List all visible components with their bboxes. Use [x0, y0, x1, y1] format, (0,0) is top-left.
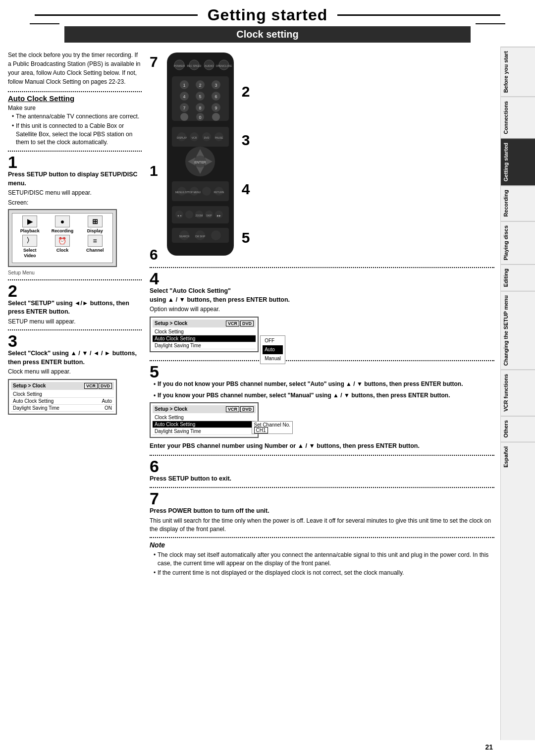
screen-row-clock-setting: Clock Setting [11, 391, 114, 398]
step2-instruction: Select "SETUP" using ◄/► buttons, then p… [8, 299, 142, 317]
step7-text: This unit will search for the time only … [150, 517, 494, 534]
remote-control: POWER REC SPEED AUDIO OPEN/CLOSE [162, 53, 239, 262]
step4-instruction: Select "Auto Clock Setting" using ▲ / ▼ … [150, 287, 494, 304]
svg-text:AUDIO: AUDIO [204, 64, 214, 67]
svg-text:6: 6 [214, 94, 217, 99]
auto-clock-title: Auto Clock Setting [8, 94, 142, 103]
setup-menu-label: Setup Menu [8, 270, 142, 275]
page-wrapper: Getting started Clock setting Set the cl… [0, 0, 535, 756]
step4-row3: Daylight Saving Time [153, 342, 256, 349]
svg-text:5: 5 [199, 94, 201, 99]
svg-text:1: 1 [183, 83, 185, 88]
svg-text:PAUSE: PAUSE [214, 136, 223, 139]
svg-text:2: 2 [199, 83, 201, 88]
svg-text:◄◄: ◄◄ [177, 214, 182, 217]
note-bullets: The clock may set itself automatically a… [150, 551, 494, 577]
main-title: Getting started [208, 6, 328, 24]
svg-text:9: 9 [214, 106, 217, 110]
page-number: 21 [485, 743, 493, 751]
svg-text:ZOOM: ZOOM [195, 214, 203, 217]
step4-number: 4 [150, 270, 494, 287]
svg-text:SKIP: SKIP [206, 214, 212, 217]
remote-step-right-2: 2 [242, 83, 250, 100]
svg-text:RETURN: RETURN [214, 191, 224, 194]
step3-text: Clock menu will appear. [8, 368, 142, 376]
setup-menu-screen: ▶ Playback ● Recording ⊞ Display [8, 209, 117, 267]
main-content: Set the clock before you try the timer r… [0, 47, 500, 740]
step4-dvd-tab: DVD [240, 321, 254, 326]
remote-step-7: 7 [150, 54, 158, 69]
remote-step-right-5: 5 [242, 229, 250, 246]
sidebar-label-recording: Recording [501, 185, 535, 220]
menu-item-playback: ▶ Playback [14, 216, 46, 233]
right-sidebar: Before you start Connections Getting sta… [500, 47, 535, 740]
dvd-tab: DVD [99, 383, 112, 389]
bullet-2: If this unit is connected to a Cable Box… [12, 122, 142, 147]
make-sure-label: Make sure [8, 105, 142, 111]
svg-text:ENTER: ENTER [194, 161, 206, 164]
step3-screen: Setup > Clock VCR DVD Clock Setting Auto… [8, 379, 117, 415]
step1-text: SETUP/DISC menu will appear. [8, 189, 142, 197]
svg-text:TOP MENU: TOP MENU [188, 191, 201, 194]
sidebar-label-playing-discs: Playing discs [501, 221, 535, 264]
sidebar-label-before-you-start: Before you start [501, 47, 535, 97]
note-bullet2: If the current time is not displayed or … [154, 569, 494, 577]
svg-point-28 [180, 113, 188, 121]
step5-bullet2: If you know your PBS channel number, sel… [154, 391, 494, 400]
note-bullet1: The clock may set itself automatically a… [154, 551, 494, 568]
sidebar-label-editing: Editing [501, 264, 535, 291]
screen-row-auto-clock: Auto Clock Setting Auto [11, 398, 114, 405]
step4-screen: Setup > Clock VCR DVD Clock Setting Auto… [150, 317, 259, 352]
svg-text:REC SPEED: REC SPEED [187, 64, 201, 67]
menu-item-channel: ≡ Channel [79, 235, 110, 259]
sub-title-bar: Clock setting [64, 26, 471, 43]
svg-text:SEARCH: SEARCH [179, 235, 189, 238]
svg-text:POWER: POWER [173, 64, 185, 67]
step7-instruction: Press POWER button to turn off the unit. [150, 507, 494, 516]
sidebar-label-espanol: Español [501, 442, 535, 472]
step4-row1: Clock Setting [153, 328, 256, 335]
svg-text:DISPLAY: DISPLAY [176, 136, 187, 139]
step5-header: Setup > Clock [155, 406, 187, 412]
svg-text:VCR: VCR [191, 136, 197, 139]
bullet-1: The antenna/cable TV connections are cor… [12, 112, 142, 121]
step5-dvd-tab: DVD [240, 406, 254, 412]
step5-vcr-tab: VCR [226, 406, 239, 412]
step5-bullets: If you do not know your PBS channel numb… [150, 380, 494, 400]
svg-point-31 [212, 113, 220, 121]
svg-text:7: 7 [183, 106, 185, 110]
sidebar-label-getting-started: Getting started [501, 138, 535, 185]
sidebar-label-setup-menu: Changing the SETUP menu [501, 291, 535, 370]
page-header: Getting started Clock setting [0, 0, 535, 47]
step4-vcr-tab: VCR [226, 321, 239, 326]
step3-number: 3 [8, 332, 142, 349]
svg-text:0: 0 [199, 115, 201, 120]
remote-step-6: 6 [150, 247, 158, 262]
step2-text: SETUP menu will appear. [8, 318, 142, 326]
step5-screen: Setup > Clock VCR DVD Clock Setting Auto… [150, 402, 259, 438]
svg-point-59 [185, 211, 193, 218]
svg-point-71 [211, 230, 221, 240]
step4-row2: Auto Clock Setting OFF Auto Manual [153, 335, 256, 342]
menu-item-recording: ● Recording [47, 216, 78, 233]
step3-header-left: Setup > Clock [13, 383, 46, 389]
step5-number: 5 [150, 363, 494, 380]
svg-text:OPEN/CLOSE: OPEN/CLOSE [215, 64, 232, 67]
svg-text:3: 3 [214, 83, 217, 88]
svg-text:▶▶: ▶▶ [217, 214, 221, 217]
step5-bullet1: If you do not know your PBS channel numb… [154, 380, 494, 388]
sidebar-label-vcr-functions: VCR functions [501, 370, 535, 416]
step5-row1: Clock Setting [153, 414, 256, 421]
intro-text: Set the clock before you try the timer r… [8, 51, 142, 86]
vcr-tab: VCR [84, 383, 98, 389]
remote-step-right-4: 4 [242, 181, 250, 198]
sidebar-label-others: Others [501, 416, 535, 441]
step6-instruction: Press SETUP button to exit. [150, 475, 494, 484]
step1-number: 1 [8, 154, 142, 170]
screen-row-daylight: Daylight Saving Time ON [11, 405, 114, 412]
step1-screen-label: Screen: [8, 199, 142, 206]
remote-step-right-3: 3 [242, 132, 250, 149]
svg-text:8: 8 [199, 106, 201, 110]
enter-pbs-text: Enter your PBS channel number using Numb… [150, 442, 494, 451]
svg-text:MENU/LIST: MENU/LIST [175, 191, 188, 194]
